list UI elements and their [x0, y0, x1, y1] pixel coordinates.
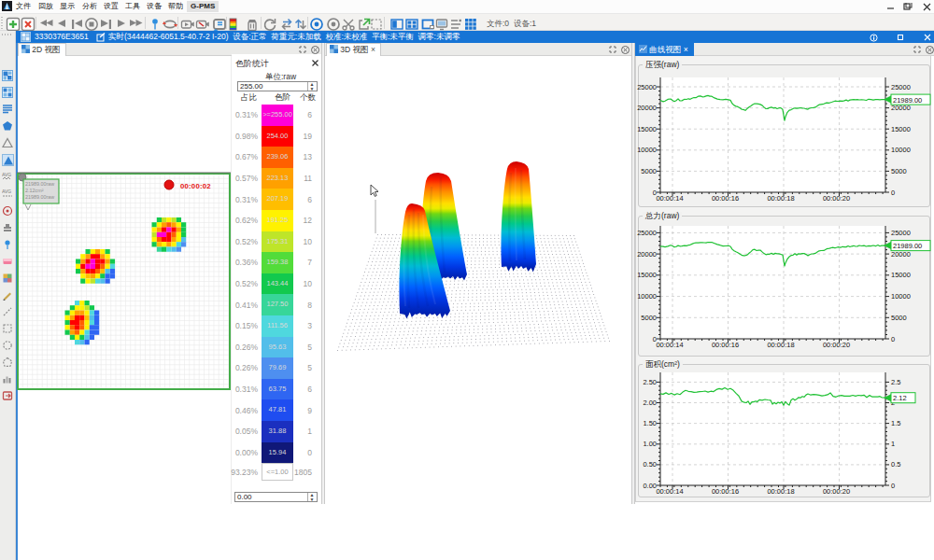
svg-text:10000: 10000: [891, 146, 911, 154]
svg-text:1.00: 1.00: [643, 440, 657, 448]
svg-text:2.5: 2.5: [891, 378, 900, 386]
svg-text:25000: 25000: [891, 83, 911, 91]
svg-text:00:00:18: 00:00:18: [767, 194, 794, 203]
svg-text:21989.00raw: 21989.00raw: [25, 194, 54, 200]
svg-text:20000: 20000: [637, 104, 657, 112]
svg-text:10000: 10000: [637, 292, 657, 301]
svg-text:15000: 15000: [891, 125, 911, 133]
svg-text:15000: 15000: [637, 271, 657, 279]
svg-text:00:00:14: 00:00:14: [656, 487, 683, 496]
svg-text:25000: 25000: [637, 83, 657, 91]
svg-text:10000: 10000: [637, 146, 657, 154]
svg-text:1.50: 1.50: [643, 419, 657, 427]
svg-text:00:00:18: 00:00:18: [767, 341, 794, 349]
svg-text:21989.00raw: 21989.00raw: [25, 181, 54, 187]
svg-text:5000: 5000: [641, 314, 657, 322]
svg-text:00:00:20: 00:00:20: [823, 194, 850, 203]
svg-text:21989.00: 21989.00: [893, 242, 922, 250]
svg-text:00:00:20: 00:00:20: [823, 487, 850, 496]
svg-text:15000: 15000: [637, 125, 657, 133]
svg-text:0.00: 0.00: [643, 482, 657, 490]
svg-text:2.00: 2.00: [643, 399, 657, 407]
svg-text:21989.00: 21989.00: [893, 96, 922, 105]
svg-text:5000: 5000: [891, 314, 907, 322]
svg-text:AVG: AVG: [2, 172, 11, 177]
svg-text:2.50: 2.50: [643, 378, 657, 386]
svg-text:00:00:16: 00:00:16: [712, 194, 739, 203]
svg-text:AVG: AVG: [2, 189, 11, 194]
svg-text:0.50: 0.50: [643, 460, 657, 469]
svg-text:2.12: 2.12: [893, 394, 907, 402]
svg-text:0: 0: [891, 335, 895, 343]
svg-text:5000: 5000: [891, 167, 907, 175]
svg-text:00:00:20: 00:00:20: [823, 341, 850, 349]
svg-text:00:00:16: 00:00:16: [712, 487, 739, 496]
svg-text:0.5: 0.5: [891, 460, 900, 469]
svg-text:00:00:16: 00:00:16: [712, 341, 739, 349]
svg-text:00:00:14: 00:00:14: [656, 341, 683, 349]
svg-text:15000: 15000: [891, 271, 911, 279]
svg-text:20000: 20000: [637, 250, 657, 259]
svg-text:0: 0: [891, 189, 895, 197]
svg-text:10000: 10000: [891, 292, 911, 301]
svg-text:2.12cm²: 2.12cm²: [25, 188, 44, 193]
svg-text:25000: 25000: [637, 229, 657, 237]
svg-text:25000: 25000: [891, 229, 911, 237]
svg-text:1.5: 1.5: [891, 419, 900, 427]
svg-text:5000: 5000: [641, 167, 657, 175]
svg-text:0: 0: [891, 482, 895, 490]
svg-text:1: 1: [891, 440, 895, 448]
svg-text:00:00:02: 00:00:02: [180, 182, 211, 190]
svg-text:00:00:14: 00:00:14: [656, 194, 683, 203]
svg-text:00:00:18: 00:00:18: [767, 487, 794, 496]
